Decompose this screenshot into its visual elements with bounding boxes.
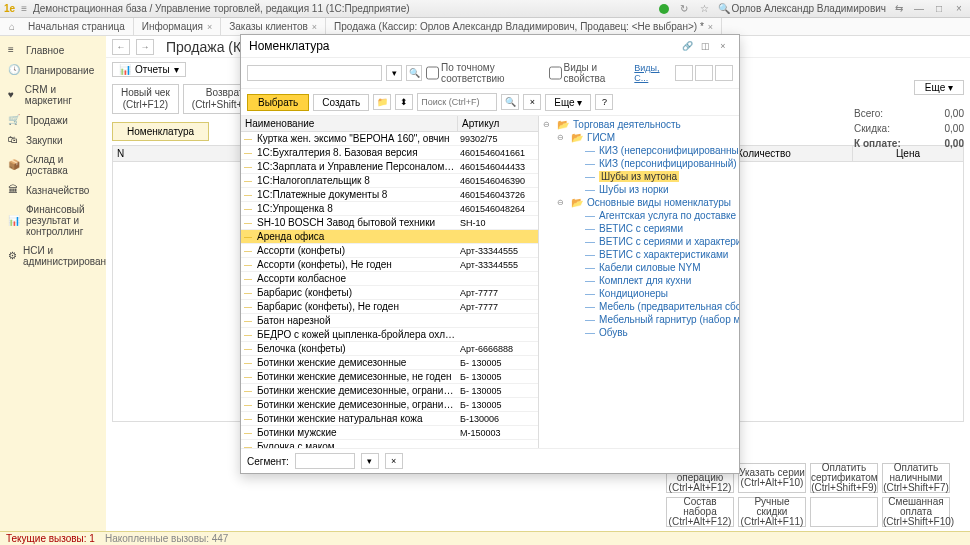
- tab-sale[interactable]: Продажа (Кассир: Орлов Александр Владими…: [326, 18, 722, 35]
- create-group-icon[interactable]: 📁: [373, 94, 391, 110]
- view-icon-1[interactable]: [675, 65, 693, 81]
- sidebar-crm[interactable]: ♥CRM и маркетинг: [0, 80, 106, 110]
- item-row[interactable]: —Ботинки женские демисезонныеБ- 130005: [241, 356, 538, 370]
- tab-info[interactable]: Информация×: [134, 18, 222, 35]
- tree-node[interactable]: ⊖📂Торговая деятельность: [539, 118, 739, 131]
- item-row[interactable]: —Батон нарезной: [241, 314, 538, 328]
- segment-clear[interactable]: ×: [385, 453, 403, 469]
- close-tab-icon[interactable]: ×: [708, 22, 713, 32]
- kit-button[interactable]: Состав набора(Ctrl+Alt+F12): [666, 497, 734, 527]
- item-row[interactable]: —1С:Платежные документы 84601546043726: [241, 188, 538, 202]
- item-row[interactable]: —Ботинки женские демисезонные, ограничен…: [241, 398, 538, 412]
- dialog-detach-icon[interactable]: ◫: [697, 39, 713, 53]
- minimize-icon[interactable]: —: [912, 2, 926, 16]
- tree-node[interactable]: ⊖📂Основные виды номенклатуры: [539, 196, 739, 209]
- tree-leaf-selected[interactable]: —Шубы из мутона: [539, 170, 739, 183]
- find-button-icon[interactable]: 🔍: [501, 94, 519, 110]
- item-row[interactable]: —1С:Зарплата и Управление Персоналом 8. …: [241, 160, 538, 174]
- favorite-icon[interactable]: ☆: [697, 2, 711, 16]
- cert-button[interactable]: Оплатить сертификатом(Ctrl+Shift+F9): [810, 463, 878, 493]
- mixed-button[interactable]: Смешанная оплата(Ctrl+Shift+F10): [882, 497, 950, 527]
- discount-button[interactable]: Ручные скидки(Ctrl+Alt+F11): [738, 497, 806, 527]
- tree-leaf[interactable]: —ВЕТИС с сериями: [539, 222, 739, 235]
- item-row[interactable]: —Куртка жен. эксимо "ВЕРОНА 160", овчин9…: [241, 132, 538, 146]
- find-input[interactable]: [417, 93, 497, 111]
- tree-node[interactable]: ⊖📂ГИСМ: [539, 131, 739, 144]
- dialog-path-input[interactable]: [247, 65, 382, 81]
- item-list[interactable]: НаименованиеАртикул —Куртка жен. эксимо …: [241, 116, 539, 448]
- nav-back[interactable]: ←: [112, 39, 130, 55]
- path-dropdown[interactable]: ▾: [386, 65, 402, 81]
- close-tab-icon[interactable]: ×: [312, 22, 317, 32]
- item-row[interactable]: —Булочка с маком: [241, 440, 538, 448]
- item-row[interactable]: —Аренда офиса: [241, 230, 538, 244]
- item-row[interactable]: —1С:Бухгалтерия 8. Базовая версия4601546…: [241, 146, 538, 160]
- tab-start[interactable]: Начальная страница: [20, 18, 134, 35]
- segment-dropdown[interactable]: ▾: [361, 453, 379, 469]
- maximize-icon[interactable]: □: [932, 2, 946, 16]
- cash-button[interactable]: Оплатить наличными(Ctrl+Shift+F7): [882, 463, 950, 493]
- sidebar-warehouse[interactable]: 📦Склад и доставка: [0, 150, 106, 180]
- tree-leaf[interactable]: —Шубы из норки: [539, 183, 739, 196]
- new-check-button[interactable]: Новый чек(Ctrl+F12): [112, 84, 179, 114]
- exact-match-checkbox[interactable]: По точному соответствию: [426, 62, 544, 84]
- path-search-icon[interactable]: 🔍: [406, 65, 422, 81]
- run-icon[interactable]: [657, 2, 671, 16]
- item-row[interactable]: —Барбарис (конфеты), Не годенАрт-7777: [241, 300, 538, 314]
- help-icon[interactable]: ?: [595, 94, 613, 110]
- item-row[interactable]: —Барбарис (конфеты)Арт-7777: [241, 286, 538, 300]
- tree-leaf[interactable]: —Мебельный гарнитур (набор мебели): [539, 313, 739, 326]
- tab-orders[interactable]: Заказы клиентов×: [221, 18, 326, 35]
- menu-icon[interactable]: ≡: [21, 3, 27, 14]
- tree-leaf[interactable]: —Комплект для кухни: [539, 274, 739, 287]
- tree-leaf[interactable]: —Кабели силовые NYM: [539, 261, 739, 274]
- tree-leaf[interactable]: —Мебель (предварительная сборка): [539, 300, 739, 313]
- hierarchy-icon[interactable]: ⬍: [395, 94, 413, 110]
- user-name[interactable]: Орлов Александр Владимирович: [731, 3, 886, 14]
- kinds-checkbox[interactable]: Виды и свойства: [549, 62, 631, 84]
- settings-icon[interactable]: ⇆: [892, 2, 906, 16]
- view-icon-2[interactable]: [695, 65, 713, 81]
- create-button[interactable]: Создать: [313, 94, 369, 111]
- item-row[interactable]: —Белочка (конфеты)Арт-6666888: [241, 342, 538, 356]
- tree-leaf[interactable]: —Агентская услуга по доставке: [539, 209, 739, 222]
- search-icon[interactable]: 🔍: [717, 2, 731, 16]
- clear-find-icon[interactable]: ×: [523, 94, 541, 110]
- item-row[interactable]: —Ассорти (конфеты), Не годенАрт-33344555: [241, 258, 538, 272]
- sidebar-finance[interactable]: 📊Финансовый результат и контроллинг: [0, 200, 106, 241]
- item-row[interactable]: —Ассорти (конфеты)Арт-33344555: [241, 244, 538, 258]
- sidebar-purchases[interactable]: 🛍Закупки: [0, 130, 106, 150]
- empty-button[interactable]: [810, 497, 878, 527]
- tree-leaf[interactable]: —ВЕТИС с сериями и характеристиками: [539, 235, 739, 248]
- dialog-more-button[interactable]: Еще ▾: [545, 94, 591, 111]
- segment-input[interactable]: [295, 453, 355, 469]
- tree-leaf[interactable]: —Кондиционеры: [539, 287, 739, 300]
- item-row[interactable]: —Ассорти колбасное: [241, 272, 538, 286]
- tree-leaf[interactable]: —КИЗ (персонифицированный): [539, 157, 739, 170]
- item-row[interactable]: —1С:Упрощенка 84601546048264: [241, 202, 538, 216]
- history-icon[interactable]: ↻: [677, 2, 691, 16]
- home-icon[interactable]: ⌂: [4, 18, 20, 35]
- sidebar-admin[interactable]: ⚙НСИ и администрирование: [0, 241, 106, 271]
- kinds-link[interactable]: Виды, С...: [634, 63, 671, 83]
- item-row[interactable]: —БЕДРО с кожей цыпленка-бройлера охлажд.…: [241, 328, 538, 342]
- item-row[interactable]: —1С:Налогоплательщик 84601546046390: [241, 174, 538, 188]
- tree-leaf[interactable]: —КИЗ (неперсонифицированный): [539, 144, 739, 157]
- category-tree[interactable]: ⊖📂Торговая деятельность ⊖📂ГИСМ —КИЗ (неп…: [539, 116, 739, 448]
- more-button[interactable]: Еще ▾: [914, 80, 964, 95]
- item-row[interactable]: —Ботинки женские натуральная кожаБ-13000…: [241, 412, 538, 426]
- item-row[interactable]: —Ботинки женские демисезонные, не годенБ…: [241, 370, 538, 384]
- tree-leaf[interactable]: —ВЕТИС с характеристиками: [539, 248, 739, 261]
- dialog-close-icon[interactable]: ×: [715, 39, 731, 53]
- nav-forward[interactable]: →: [136, 39, 154, 55]
- close-icon[interactable]: ×: [952, 2, 966, 16]
- sidebar-sales[interactable]: 🛒Продажи: [0, 110, 106, 130]
- select-button[interactable]: Выбрать: [247, 94, 309, 111]
- tree-leaf[interactable]: —Обувь: [539, 326, 739, 339]
- reports-menu[interactable]: 📊 Отчеты ▾: [112, 62, 186, 77]
- sidebar-planning[interactable]: 🕓Планирование: [0, 60, 106, 80]
- sidebar-treasury[interactable]: 🏛Казначейство: [0, 180, 106, 200]
- nomenclature-tab[interactable]: Номенклатура: [112, 122, 209, 141]
- close-tab-icon[interactable]: ×: [207, 22, 212, 32]
- item-row[interactable]: —Ботинки женские демисезонные, ограничен…: [241, 384, 538, 398]
